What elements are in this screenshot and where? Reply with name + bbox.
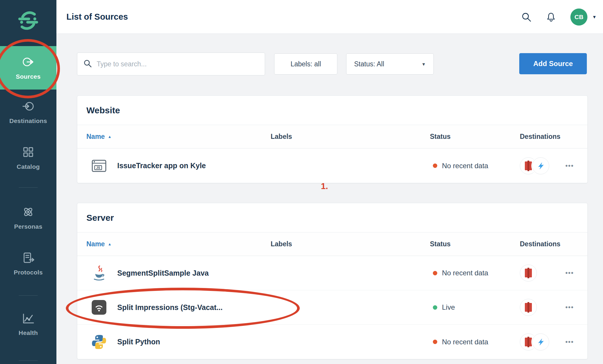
status-dot (433, 164, 437, 168)
search-input[interactable] (97, 60, 259, 68)
section-title-website: Website (77, 96, 587, 125)
table-row[interactable]: JS IssueTracker app on Kyle No recent da… (77, 149, 587, 183)
column-header-name[interactable]: Name ▲ (77, 240, 271, 248)
sidebar-divider (19, 295, 38, 296)
java-source-icon (91, 265, 107, 281)
search-icon[interactable] (521, 12, 532, 22)
svg-text:JS: JS (96, 166, 100, 169)
status-dot (433, 305, 437, 310)
sources-icon (22, 55, 35, 70)
column-header-destinations: Destinations (520, 240, 587, 248)
status-cell: No recent data (430, 338, 520, 346)
column-header-name[interactable]: Name ▲ (77, 133, 271, 141)
status-text: No recent data (442, 162, 488, 170)
account-menu[interactable]: CB ▼ (570, 9, 597, 26)
table-header: Name ▲ Labels Status Destinations (77, 125, 587, 149)
destinations-icon (22, 100, 35, 114)
add-source-button[interactable]: Add Source (519, 53, 587, 74)
destinations-cell: ••• (520, 299, 587, 316)
row-menu-icon[interactable]: ••• (565, 269, 574, 277)
topbar-actions: CB ▼ (521, 0, 597, 34)
source-name: IssueTracker app on Kyle (117, 161, 206, 170)
blue-connector-destination-icon[interactable] (532, 157, 549, 174)
javascript-source-icon: JS (91, 158, 107, 174)
sidebar-item-health[interactable]: Health (0, 312, 56, 336)
status-cell: No recent data (430, 269, 520, 277)
source-search (77, 53, 265, 75)
table-row[interactable]: Split Impressions (Stg-Vacat... Live ••• (77, 290, 587, 325)
section-title-server: Server (77, 203, 587, 232)
protocols-icon (22, 251, 35, 265)
redshift-destination-icon[interactable] (520, 264, 537, 282)
destinations-cell: ••• (520, 333, 587, 350)
catalog-icon (22, 146, 35, 160)
sidebar-item-label: Health (19, 329, 38, 336)
sidebar-divider (19, 360, 38, 361)
notifications-bell-icon[interactable] (546, 12, 556, 22)
sidebar-item-personas[interactable]: Personas (0, 205, 56, 230)
status-text: No recent data (442, 338, 488, 346)
sidebar-item-label: Destinations (9, 117, 47, 124)
status-cell: Live (430, 303, 520, 311)
blue-connector-destination-icon[interactable] (532, 333, 549, 350)
table-header: Name ▲ Labels Status Destinations (77, 232, 587, 256)
row-menu-icon[interactable]: ••• (565, 304, 574, 311)
python-source-icon (91, 334, 107, 350)
health-icon (22, 312, 35, 326)
chevron-down-icon[interactable]: ▼ (592, 14, 597, 19)
destinations-cell: ••• (520, 264, 587, 282)
column-header-status: Status (430, 133, 520, 141)
avatar[interactable]: CB (570, 9, 587, 26)
sidebar-divider (19, 187, 38, 188)
sidebar-item-label: Catalog (17, 163, 40, 170)
page-title: List of Sources (66, 0, 128, 34)
chevron-down-icon: ▼ (421, 62, 426, 67)
segment-logo-icon[interactable] (0, 10, 56, 31)
sidebar-item-protocols[interactable]: Protocols (0, 251, 56, 276)
column-header-labels: Labels (271, 133, 430, 141)
sidebar-item-destinations[interactable]: Destinations (0, 100, 56, 124)
status-text: Live (442, 303, 455, 311)
sidebar-item-label: Sources (16, 73, 41, 80)
labels-filter-button[interactable]: Labels: all (274, 53, 337, 75)
destinations-cell: ••• (520, 157, 587, 174)
status-dot (433, 271, 437, 275)
source-name: SegmentSplitSample Java (117, 269, 209, 277)
column-header-destinations: Destinations (520, 133, 587, 141)
status-cell: No recent data (430, 162, 520, 170)
top-bar: List of Sources CB ▼ (56, 0, 603, 34)
column-header-status: Status (430, 240, 520, 248)
source-name: Split Impressions (Stg-Vacat... (117, 303, 222, 312)
search-input-icon (83, 59, 92, 69)
status-dot (433, 340, 437, 344)
sidebar-item-catalog[interactable]: Catalog (0, 146, 56, 170)
website-section-card: Website Name ▲ Labels Status Destination… (77, 95, 588, 183)
personas-icon (22, 205, 35, 220)
sidebar: Sources Destinations Catalog (0, 0, 56, 364)
table-row[interactable]: Split Python No recent data ••• (77, 325, 587, 359)
redshift-destination-icon[interactable] (520, 299, 537, 316)
sidebar-item-label: Personas (14, 223, 42, 230)
sort-asc-icon: ▲ (108, 134, 112, 139)
status-filter-label: Status: All (354, 60, 384, 68)
row-menu-icon[interactable]: ••• (565, 338, 574, 346)
sort-asc-icon: ▲ (108, 242, 112, 246)
table-row[interactable]: SegmentSplitSample Java No recent data •… (77, 256, 587, 290)
sidebar-item-sources[interactable]: Sources (0, 46, 56, 90)
column-header-labels: Labels (271, 240, 430, 248)
status-text: No recent data (442, 269, 488, 277)
row-menu-icon[interactable]: ••• (565, 162, 574, 170)
sidebar-item-label: Protocols (14, 269, 43, 276)
server-section-card: Server Name ▲ Labels Status Destinations… (77, 203, 588, 359)
labels-filter-label: Labels: all (291, 60, 321, 68)
split-source-icon (91, 299, 107, 316)
status-filter-select[interactable]: Status: All ▼ (346, 53, 434, 75)
source-name: Split Python (117, 338, 160, 346)
